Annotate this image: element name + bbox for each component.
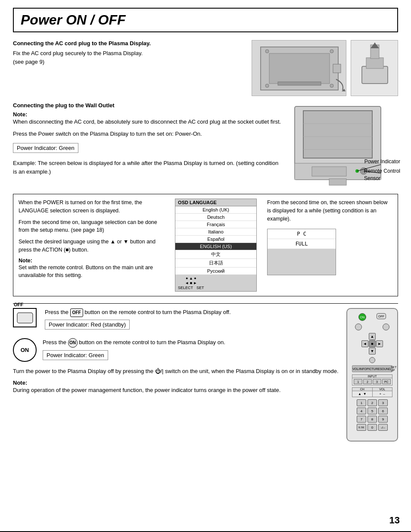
remote-right-arrow: ►: [376, 340, 383, 347]
remote-circle-right: [383, 324, 389, 330]
remote-action-btn: ■: [369, 340, 376, 347]
note2-label: Note:: [13, 380, 341, 386]
remote-control-illustration: ON OFF ▲ ▼ ◄ ► ■: [346, 308, 398, 446]
svg-rect-22: [312, 167, 346, 176]
tv-back-illustration: [252, 40, 346, 96]
section1-text: Fix the AC cord plug securely to the Pla…: [13, 49, 243, 66]
power-indicator-label: Power Indicator: [364, 158, 400, 165]
remote-off-btn: OFF: [377, 313, 386, 319]
osd-item-6: 中文: [175, 250, 256, 259]
svg-rect-25: [329, 179, 346, 185]
remote-num-5: 5: [367, 408, 377, 414]
page-number: 13: [389, 515, 400, 526]
remote-cb-btn: [369, 357, 375, 363]
pc-item-1: FULL: [268, 239, 336, 249]
remote-num-2: 2: [367, 399, 377, 406]
osd-item-7: 日本語: [175, 259, 256, 268]
svg-rect-17: [303, 111, 372, 158]
svg-rect-12: [366, 58, 383, 68]
svg-point-4: [330, 50, 333, 53]
infobox-text3: Select the desired language using the ▲ …: [19, 238, 169, 254]
pc-box-empty: [268, 249, 336, 275]
osd-header: OSD LANGUAGE: [175, 199, 256, 206]
on-label: ON: [21, 347, 29, 353]
page-title: Power ON / OFF: [21, 12, 390, 28]
svg-point-5: [265, 84, 269, 87]
indicator-red: Power Indicator: Red (standby): [45, 320, 130, 330]
example-text: Example: The screen below is displayed f…: [13, 159, 283, 176]
pc-box: P C FULL: [267, 229, 336, 275]
on-button-icon: ON: [13, 338, 37, 362]
remote-input-label: INPUT: [352, 375, 392, 378]
svg-point-3: [265, 50, 269, 53]
pc-item-0: P C: [268, 229, 336, 239]
turn-off-text: Turn the power to the Plasma Display off…: [13, 367, 341, 376]
svg-point-6: [330, 84, 333, 87]
infobox-note-label: Note:: [19, 258, 169, 264]
remote-input-3: 3: [373, 379, 381, 384]
remote-up-arrow: ▲: [369, 333, 376, 340]
remote-on-btn: ON: [358, 313, 366, 321]
remote-left-arrow: ◄: [361, 340, 368, 347]
remote-num-9: 9: [378, 416, 388, 423]
remote-input-2: 2: [363, 379, 372, 384]
infobox-text2: From the second time on, language select…: [19, 218, 169, 235]
off-label: OFF: [14, 302, 23, 307]
note2-text: During operation of the power management…: [13, 386, 341, 395]
osd-item-3: Italiano: [175, 228, 256, 236]
infobox-note-text: Set with the remote control. Buttons on …: [19, 264, 169, 280]
osd-footer: ● ▲ ● ◄ ■ ► SELECTSET: [175, 275, 256, 291]
off-text-block: Press the OFF button on the remote contr…: [45, 308, 341, 332]
off-button-icon: [13, 308, 37, 327]
svg-rect-28: [17, 313, 33, 323]
remote-num-3: 3: [378, 399, 388, 406]
osd-language-box: OSD LANGUAGE English (UK) Deutsch França…: [175, 199, 257, 292]
remote-num-4: 4: [357, 408, 366, 414]
remote-circle-left: [355, 324, 362, 330]
remote-input-1: 1: [354, 379, 362, 384]
osd-item-2: Français: [175, 221, 256, 228]
remote-function-row: VOL/INFOPICTURESOUNDSET UP: [352, 365, 392, 372]
note-text-1: When disconnecting the AC cord, be absol…: [13, 118, 283, 126]
osd-item-8: Русский: [175, 268, 256, 275]
osd-item-4: Español: [175, 236, 256, 243]
svg-rect-2: [269, 53, 330, 84]
svg-rect-8: [333, 64, 341, 73]
remote-num-6: 6: [378, 408, 388, 414]
on-text-block: Press the ON button on the remote contro…: [43, 338, 341, 363]
off-icon-svg: [16, 312, 34, 324]
remote-ch-label: CH ▲ ▼: [352, 388, 372, 397]
remote-input-pc: PC: [382, 379, 391, 384]
remote-down-arrow: ▼: [369, 348, 376, 355]
infobox-text: When the POWER is turned on for the firs…: [19, 199, 169, 215]
remote-esc: E.SE: [357, 424, 366, 431]
infobox-right-text: From the second time on, the screen show…: [267, 199, 392, 223]
svg-rect-7: [278, 82, 321, 85]
remote-num-0: 0: [367, 424, 377, 431]
note-label-1: Note:: [13, 111, 283, 118]
indicator-green-1: Power Indicator: Green: [13, 143, 78, 153]
indicator-green-2: Power Indicator: Green: [43, 350, 108, 360]
remote-sensor-label: Remote ControlSensor: [364, 168, 400, 182]
remote-dash: -/--: [378, 424, 388, 431]
plug-illustration: [351, 40, 398, 96]
remote-vol-label: VOL + –: [373, 388, 392, 397]
osd-item-1: Deutsch: [175, 214, 256, 221]
section1-heading: Connecting the AC cord plug to the Plasm…: [13, 40, 243, 47]
section2-heading: Connecting the plug to the Wall Outlet: [13, 102, 283, 109]
osd-item-0: English (UK): [175, 206, 256, 214]
off-inline-btn: OFF: [70, 308, 83, 317]
on-inline-btn: ON: [68, 338, 78, 348]
osd-item-5: ENGLISH (US): [175, 243, 256, 250]
remote-num-8: 8: [367, 416, 377, 423]
remote-num-7: 7: [357, 416, 366, 423]
svg-rect-11: [362, 66, 388, 84]
press-text-1: Press the Power switch on the Plasma Dis…: [13, 130, 283, 138]
remote-num-1: 1: [357, 399, 366, 406]
